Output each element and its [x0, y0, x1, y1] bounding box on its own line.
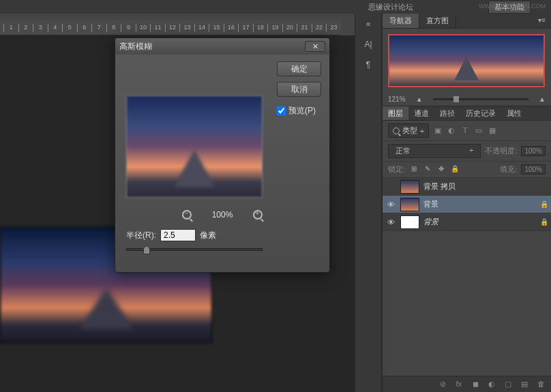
layers-bottom-bar: ⊘ fx ◼ ◐ ▢ ▤ 🗑 [383, 376, 551, 392]
lock-position-icon[interactable]: ✥ [436, 165, 446, 175]
ruler-mark: 2 [18, 24, 33, 32]
ruler-mark: 19 [267, 24, 282, 32]
delete-layer-icon[interactable]: 🗑 [536, 380, 546, 389]
lock-label: 锁定: [388, 164, 405, 175]
gaussian-blur-dialog: 高斯模糊 ✕ 确定 取消 预览(P) 100% 半径(R): 像素 [115, 37, 330, 273]
layer-name[interactable]: 背景 拷贝 [423, 181, 548, 192]
dialog-titlebar[interactable]: 高斯模糊 ✕ [115, 38, 329, 55]
layer-row[interactable]: 👁背景🔒 [383, 213, 551, 231]
ruler-mark: 7 [91, 24, 106, 32]
character-panel-icon[interactable]: A| [355, 34, 381, 55]
lock-all-icon[interactable]: 🔒 [450, 165, 460, 175]
visibility-toggle-icon[interactable]: 👁 [385, 218, 396, 226]
tab-layers[interactable]: 图层 [383, 106, 408, 120]
layers-filter-toolbar: 类型 ÷ ▣ ◐ T ▭ ▦ [383, 121, 551, 141]
zoom-in-icon[interactable] [253, 210, 263, 220]
tab-properties[interactable]: 属性 [501, 106, 527, 120]
lock-pixels-icon[interactable]: ✎ [423, 165, 432, 175]
filter-adjustment-icon[interactable]: ◐ [447, 126, 456, 136]
right-panel: 导航器 直方图 ▾≡ 121% ▲ ▲ 图层 通道 路径 历史记录 属性 类型 … [382, 14, 551, 392]
tab-histogram[interactable]: 直方图 [419, 14, 456, 28]
nav-zoom-slider[interactable] [433, 98, 528, 100]
filter-type-dropdown[interactable]: 类型 ÷ [388, 123, 429, 138]
adjustment-layer-icon[interactable]: ◐ [487, 380, 496, 389]
layer-mask-icon[interactable]: ◼ [471, 380, 480, 389]
lock-row: 锁定: ⊞ ✎ ✥ 🔒 填充: 100% [383, 162, 551, 178]
panel-menu-icon[interactable]: ▾≡ [533, 14, 551, 28]
lock-icon: 🔒 [540, 200, 548, 208]
paragraph-panel-icon[interactable]: ¶ [355, 55, 381, 75]
radius-slider[interactable] [126, 248, 263, 251]
tab-paths[interactable]: 路径 [434, 106, 460, 120]
nav-zoom-out-icon[interactable]: ▲ [416, 95, 423, 103]
radius-label: 半径(R): [126, 230, 156, 241]
blend-mode-dropdown[interactable]: 正常÷ [388, 144, 481, 158]
radius-unit: 像素 [200, 230, 216, 241]
zoom-out-icon[interactable] [182, 210, 192, 220]
navigator-panel [383, 29, 551, 93]
ok-button[interactable]: 确定 [277, 61, 321, 76]
visibility-toggle-icon[interactable]: 👁 [385, 200, 396, 209]
layer-name[interactable]: 背景 [423, 217, 536, 227]
ruler-mark: 21 [297, 24, 312, 32]
watermark-text: 思缘设计论坛 [368, 2, 413, 12]
layer-row[interactable]: 背景 拷贝 [383, 178, 551, 196]
preview-checkbox-label[interactable]: 预览(P) [277, 105, 321, 117]
ruler-mark: 8 [106, 24, 121, 32]
filter-shape-icon[interactable]: ▭ [474, 126, 483, 136]
layer-thumbnail[interactable] [400, 198, 419, 211]
nav-zoom-in-icon[interactable]: ▲ [539, 95, 546, 103]
tab-history[interactable]: 历史记录 [460, 106, 501, 120]
ruler-mark: 10 [136, 24, 151, 32]
preview-checkbox[interactable] [277, 106, 286, 115]
radius-input[interactable] [160, 229, 196, 241]
ruler-mark: 18 [253, 24, 268, 32]
ruler-mark: 11 [150, 24, 165, 32]
ruler-mark: 3 [33, 24, 48, 32]
navigator-tabs: 导航器 直方图 ▾≡ [383, 14, 551, 29]
close-icon[interactable]: ✕ [305, 41, 325, 52]
fill-value[interactable]: 100% [521, 164, 546, 175]
ruler-mark: 5 [62, 24, 77, 32]
lock-transparency-icon[interactable]: ⊞ [409, 165, 419, 175]
opacity-label: 不透明度: [485, 146, 517, 156]
ruler-mark: 14 [194, 24, 209, 32]
search-icon [393, 127, 400, 134]
dialog-title: 高斯模糊 [119, 41, 152, 52]
filter-pixel-icon[interactable]: ▣ [433, 126, 443, 136]
radius-slider-thumb[interactable] [143, 246, 150, 254]
fill-label: 填充: [500, 164, 517, 175]
ruler-mark: 23 [326, 24, 341, 32]
radius-row: 半径(R): 像素 [126, 229, 323, 241]
ribbon-collapse-icon[interactable]: « [355, 14, 381, 34]
dialog-preview-image[interactable] [126, 95, 263, 198]
layer-list: 背景 拷贝👁背景🔒👁背景🔒 [383, 178, 551, 231]
filter-type-icon[interactable]: T [460, 126, 470, 136]
new-layer-icon[interactable]: ▤ [520, 380, 529, 389]
layer-name[interactable]: 背景 [423, 199, 536, 209]
layer-thumbnail[interactable] [400, 215, 419, 229]
layer-thumbnail[interactable] [400, 180, 419, 194]
horizontal-ruler: 1234567891011121314151617181920212223 [0, 20, 341, 35]
side-ribbon: « A| ¶ [355, 14, 382, 392]
link-layers-icon[interactable]: ⊘ [438, 380, 447, 389]
zoom-controls: 100% [122, 210, 323, 220]
layer-style-icon[interactable]: fx [454, 380, 464, 389]
filter-smart-icon[interactable]: ▦ [488, 126, 497, 136]
navigator-preview[interactable] [388, 34, 545, 87]
ruler-mark: 4 [48, 24, 63, 32]
blend-mode-row: 正常÷ 不透明度: 100% [383, 141, 551, 162]
opacity-value[interactable]: 100% [521, 146, 546, 156]
ruler-mark: 22 [312, 24, 327, 32]
layer-row[interactable]: 👁背景🔒 [383, 196, 551, 213]
ruler-mark: 16 [224, 24, 239, 32]
tab-navigator[interactable]: 导航器 [383, 14, 419, 28]
dialog-body: 确定 取消 预览(P) 100% 半径(R): 像素 [115, 55, 329, 258]
lock-icons: ⊞ ✎ ✥ 🔒 [409, 165, 460, 175]
ruler-mark: 20 [282, 24, 297, 32]
tab-channels[interactable]: 通道 [408, 106, 434, 120]
navigator-zoom-value: 121% [388, 95, 406, 103]
group-icon[interactable]: ▢ [503, 380, 513, 389]
ruler-mark: 17 [238, 24, 253, 32]
cancel-button[interactable]: 取消 [277, 82, 321, 97]
